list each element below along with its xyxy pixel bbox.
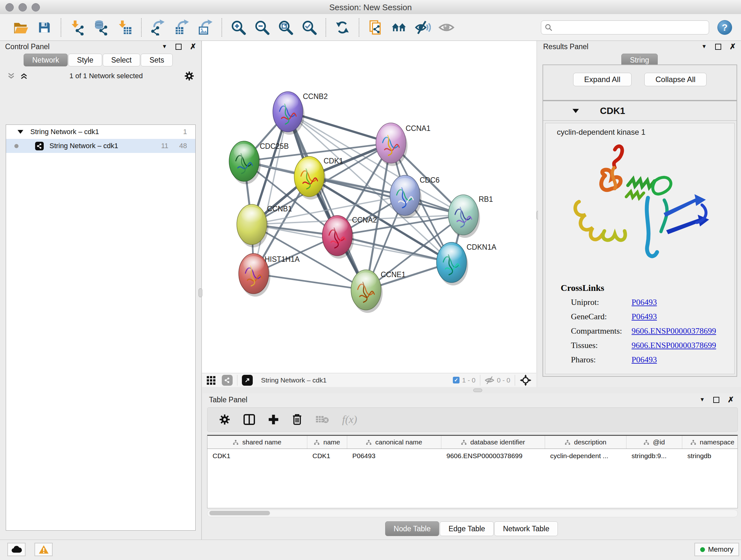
show-columns-button[interactable] — [243, 414, 255, 425]
search-input[interactable] — [553, 23, 705, 32]
open-in-window-icon[interactable] — [242, 375, 253, 386]
export-network-button[interactable] — [149, 17, 167, 38]
graph-node-ccnb1[interactable] — [237, 204, 267, 245]
graph-node-cdc25b[interactable] — [229, 141, 259, 181]
table-options-button[interactable] — [219, 414, 230, 425]
add-column-button[interactable] — [268, 414, 279, 425]
network-edge-count: 48 — [179, 142, 187, 150]
expand-all-icon[interactable] — [20, 72, 28, 80]
close-panel-icon[interactable]: ✗ — [730, 43, 736, 51]
memory-button[interactable]: Memory — [694, 543, 739, 556]
collapse-all-icon[interactable] — [7, 72, 15, 80]
close-panel-icon[interactable]: ✗ — [728, 396, 734, 403]
crosslink-row: Tissues: 9606.ENSP00000378699 — [545, 338, 734, 353]
panel-menu-icon[interactable]: ▼ — [701, 44, 707, 50]
graph-node-ccna2[interactable] — [322, 215, 352, 256]
delete-table-button[interactable] — [315, 415, 329, 424]
table-row[interactable]: CDK1CDK1P064939606.ENSP00000378699cyclin… — [207, 449, 738, 463]
help-button[interactable]: ? — [718, 20, 732, 35]
table-cell[interactable]: stringdb — [682, 449, 738, 463]
cloud-status-button[interactable] — [7, 543, 25, 556]
scrollbar-thumb[interactable] — [209, 511, 270, 515]
clone-network-button[interactable] — [366, 17, 385, 38]
tab-style[interactable]: Style — [68, 54, 102, 66]
column-header-namespace[interactable]: namespace — [682, 436, 738, 449]
column-header--id[interactable]: @id — [626, 436, 682, 449]
network-row[interactable]: String Network – cdk1 11 48 — [6, 139, 195, 153]
close-panel-icon[interactable]: ✗ — [190, 43, 196, 51]
string-home-button[interactable] — [390, 17, 408, 38]
export-table-button[interactable] — [172, 17, 191, 38]
table-cell[interactable]: P06493 — [347, 449, 441, 463]
crosslink-link[interactable]: P06493 — [631, 312, 657, 321]
tab-sets[interactable]: Sets — [141, 54, 173, 66]
zoom-fit-button[interactable] — [276, 17, 295, 38]
panel-menu-icon[interactable]: ▼ — [162, 44, 167, 50]
entry-header[interactable]: CDK1 — [543, 101, 737, 121]
delete-column-button[interactable] — [292, 414, 302, 426]
selected-checkbox-icon[interactable] — [453, 377, 460, 383]
expand-all-button[interactable]: Expand All — [573, 73, 631, 86]
zoom-selected-button[interactable] — [300, 17, 319, 38]
splitter-handle[interactable] — [473, 388, 482, 392]
collection-expand-icon[interactable] — [17, 130, 23, 134]
column-header-database-identifier[interactable]: database identifier — [441, 436, 545, 449]
crosslink-link[interactable]: P06493 — [631, 355, 657, 365]
tab-node-table[interactable]: Node Table — [385, 521, 440, 536]
import-table-button[interactable] — [116, 17, 134, 38]
tab-network[interactable]: Network — [23, 54, 68, 66]
tab-network-table[interactable]: Network Table — [494, 521, 558, 536]
apply-layout-button[interactable] — [333, 17, 352, 38]
graph-node-ccnb2[interactable] — [273, 91, 303, 132]
crosslink-label: Pharos: — [571, 355, 631, 365]
entry-collapse-icon[interactable] — [572, 109, 579, 113]
float-panel-icon[interactable] — [715, 44, 721, 50]
results-actions-card: Expand All Collapse All — [542, 64, 737, 101]
function-builder-button[interactable]: f(x) — [342, 414, 357, 426]
graph-node-ccna1[interactable] — [376, 123, 406, 163]
graph-node-cdc6[interactable] — [390, 175, 420, 215]
tab-edge-table[interactable]: Edge Table — [440, 521, 494, 536]
column-header-canonical-name[interactable]: canonical name — [347, 436, 441, 449]
warnings-button[interactable] — [35, 543, 53, 556]
export-image-button[interactable] — [196, 17, 214, 38]
table-cell[interactable]: cyclin-dependent ... — [545, 449, 626, 463]
table-horizontal-scrollbar[interactable] — [207, 509, 738, 517]
birdseye-grid-icon[interactable] — [206, 375, 216, 385]
graph-node-rb1[interactable] — [448, 195, 478, 235]
column-header-description[interactable]: description — [545, 436, 626, 449]
column-header-shared-name[interactable]: shared name — [207, 436, 307, 449]
crosslink-link[interactable]: P06493 — [631, 298, 657, 307]
graph-node-hist1h1a[interactable] — [239, 253, 269, 294]
panel-menu-icon[interactable]: ▼ — [699, 396, 705, 403]
open-session-button[interactable] — [11, 17, 30, 38]
crosshair-icon[interactable] — [520, 374, 532, 386]
float-panel-icon[interactable] — [713, 397, 719, 403]
collapse-all-button[interactable]: Collapse All — [644, 73, 706, 86]
gear-icon[interactable] — [184, 71, 194, 81]
zoom-out-button[interactable] — [253, 17, 271, 38]
import-network-button[interactable] — [68, 17, 87, 38]
hide-selected-button[interactable] — [414, 17, 432, 38]
import-network-from-database-button[interactable] — [92, 17, 111, 38]
show-all-button[interactable] — [437, 17, 456, 38]
zoom-in-button[interactable] — [229, 17, 248, 38]
crosslink-link[interactable]: 9606.ENSP00000378699 — [631, 326, 716, 336]
column-header-name[interactable]: name — [307, 436, 347, 449]
save-session-button[interactable] — [35, 17, 54, 38]
tab-select[interactable]: Select — [103, 54, 140, 66]
panel-splitter-horizontal[interactable] — [202, 387, 741, 393]
graph-node-ccne1[interactable] — [351, 270, 381, 310]
splitter-handle[interactable] — [199, 288, 202, 297]
graph-node-cdkn1a[interactable] — [436, 242, 467, 283]
network-collection-row[interactable]: String Network – cdk1 1 — [6, 125, 195, 139]
table-cell[interactable]: stringdb:9... — [626, 449, 682, 463]
table-cell[interactable]: CDK1 — [307, 449, 347, 463]
float-panel-icon[interactable] — [176, 44, 182, 50]
table-cell[interactable]: CDK1 — [207, 449, 307, 463]
table-cell[interactable]: 9606.ENSP00000378699 — [441, 449, 545, 463]
crosslink-link[interactable]: 9606.ENSP00000378699 — [631, 341, 716, 350]
network-share-icon[interactable] — [222, 375, 232, 386]
network-graph[interactable]: CCNB2CCNA1CDC25BCDK1CDC6RB1CCNB1CCNA2CDK… — [202, 41, 536, 373]
graph-node-cdk1[interactable] — [294, 157, 324, 197]
